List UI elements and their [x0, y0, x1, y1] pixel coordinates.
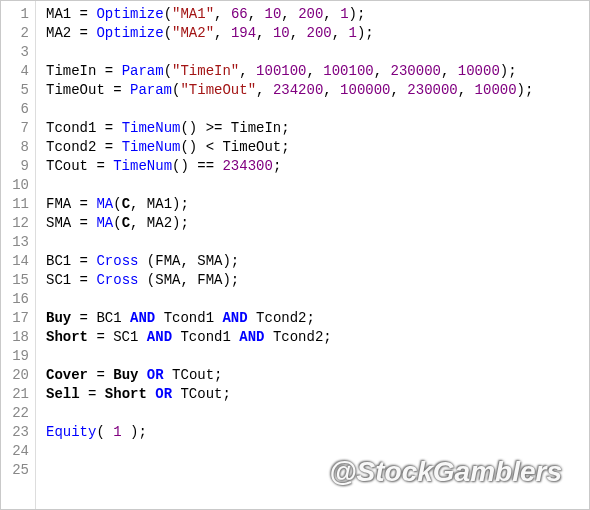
line-number: 15 — [5, 271, 29, 290]
code-token: Tcond2; — [248, 310, 315, 326]
code-token: 234200 — [273, 82, 323, 98]
code-token: , — [281, 6, 298, 22]
code-token: 1 — [113, 424, 121, 440]
code-token: 10 — [273, 25, 290, 41]
code-token: ( — [164, 63, 172, 79]
code-token: MA2 = — [46, 25, 96, 41]
code-token: Tcond2; — [264, 329, 331, 345]
code-token: ); — [500, 63, 517, 79]
line-number: 6 — [5, 100, 29, 119]
line-number: 14 — [5, 252, 29, 271]
code-token: 100100 — [256, 63, 306, 79]
line-number: 3 — [5, 43, 29, 62]
code-line: SMA = MA(C, MA2); — [46, 214, 589, 233]
code-token: , — [332, 25, 349, 41]
code-token: ( — [96, 424, 113, 440]
code-token: C — [122, 215, 130, 231]
code-token: 10000 — [458, 63, 500, 79]
code-token: ( — [113, 215, 121, 231]
code-token: TimeNum — [122, 139, 181, 155]
code-token: Param — [130, 82, 172, 98]
code-token: Tcond1 — [155, 310, 222, 326]
code-token: Buy — [113, 367, 138, 383]
code-token: , — [307, 63, 324, 79]
code-token: (FMA, SMA); — [138, 253, 239, 269]
code-token: Optimize — [96, 25, 163, 41]
code-token: 1 — [340, 6, 348, 22]
code-token: AND — [222, 310, 247, 326]
code-token: = — [88, 367, 113, 383]
code-token: 230000 — [391, 63, 441, 79]
code-token: Buy — [46, 310, 71, 326]
code-token: AND — [147, 329, 172, 345]
line-number-gutter: 1234567891011121314151617181920212223242… — [1, 1, 36, 509]
line-number: 23 — [5, 423, 29, 442]
code-line — [46, 100, 589, 119]
code-token: TimeNum — [122, 120, 181, 136]
code-token: 200 — [307, 25, 332, 41]
code-token: , — [290, 25, 307, 41]
code-token: , — [239, 63, 256, 79]
code-token: Sell — [46, 386, 80, 402]
line-number: 25 — [5, 461, 29, 480]
code-token: TCout; — [172, 386, 231, 402]
code-token: 100000 — [340, 82, 390, 98]
code-token: , — [256, 25, 273, 41]
code-line: Buy = BC1 AND Tcond1 AND Tcond2; — [46, 309, 589, 328]
code-token: Cross — [96, 272, 138, 288]
code-line: BC1 = Cross (FMA, SMA); — [46, 252, 589, 271]
code-token: , — [214, 6, 231, 22]
code-line: Tcond1 = TimeNum() >= TimeIn; — [46, 119, 589, 138]
code-token: TimeIn = — [46, 63, 122, 79]
code-token: FMA = — [46, 196, 96, 212]
line-number: 10 — [5, 176, 29, 195]
line-number: 19 — [5, 347, 29, 366]
code-token: ); — [349, 6, 366, 22]
code-line — [46, 442, 589, 461]
code-area: MA1 = Optimize("MA1", 66, 10, 200, 1);MA… — [36, 1, 589, 509]
code-token: , — [323, 82, 340, 98]
code-token: () == — [172, 158, 222, 174]
line-number: 13 — [5, 233, 29, 252]
code-token: AND — [130, 310, 155, 326]
code-line — [46, 176, 589, 195]
line-number: 20 — [5, 366, 29, 385]
code-token: , — [256, 82, 273, 98]
code-token: 1 — [349, 25, 357, 41]
code-token: C — [122, 196, 130, 212]
code-token: 10000 — [475, 82, 517, 98]
code-token: () >= TimeIn; — [180, 120, 289, 136]
code-token: Cross — [96, 253, 138, 269]
code-line — [46, 290, 589, 309]
code-token: Tcond2 = — [46, 139, 122, 155]
line-number: 21 — [5, 385, 29, 404]
code-token: 100100 — [323, 63, 373, 79]
code-token: TCout = — [46, 158, 113, 174]
line-number: 24 — [5, 442, 29, 461]
code-token: OR — [147, 367, 164, 383]
code-token: = — [80, 386, 105, 402]
line-number: 2 — [5, 24, 29, 43]
line-number: 16 — [5, 290, 29, 309]
code-token: Short — [105, 386, 147, 402]
code-line — [46, 461, 589, 480]
code-token: SC1 = — [46, 272, 96, 288]
code-token: ); — [357, 25, 374, 41]
code-token: 234300 — [222, 158, 272, 174]
code-line: Tcond2 = TimeNum() < TimeOut; — [46, 138, 589, 157]
code-token: SMA = — [46, 215, 96, 231]
code-token: , MA2); — [130, 215, 189, 231]
code-line: Cover = Buy OR TCout; — [46, 366, 589, 385]
code-token: , — [391, 82, 408, 98]
code-token: 66 — [231, 6, 248, 22]
code-token: MA — [96, 196, 113, 212]
code-token: Tcond1 = — [46, 120, 122, 136]
code-token: Tcond1 — [172, 329, 239, 345]
code-token: TCout; — [164, 367, 223, 383]
code-token: TimeOut = — [46, 82, 130, 98]
code-token: 194 — [231, 25, 256, 41]
code-token — [147, 386, 155, 402]
code-token — [138, 367, 146, 383]
line-number: 12 — [5, 214, 29, 233]
code-line: FMA = MA(C, MA1); — [46, 195, 589, 214]
